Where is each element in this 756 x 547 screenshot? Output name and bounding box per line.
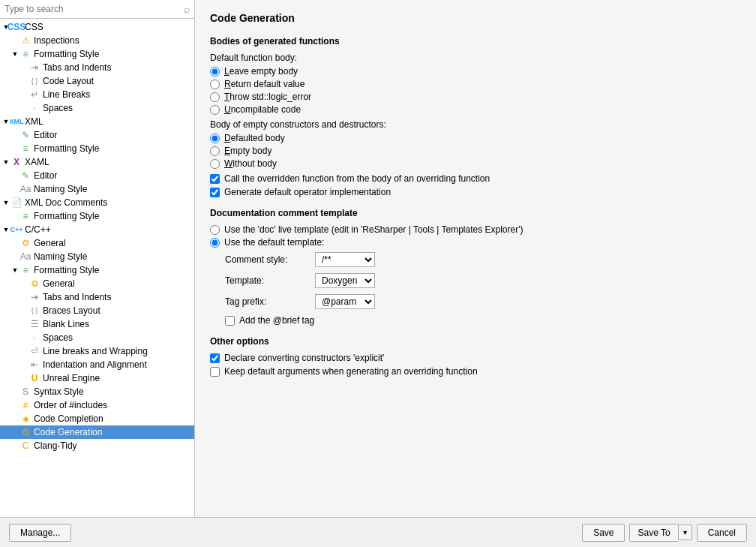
tree-item-xml-formatting[interactable]: ≡Formatting Style bbox=[0, 142, 194, 155]
tree-item-cpp-clang[interactable]: CClang-Tidy bbox=[0, 439, 194, 452]
search-box: ⌕ bbox=[0, 0, 194, 19]
cb-call-overridden[interactable]: Call the overridden function from the bo… bbox=[210, 173, 741, 184]
manage-button[interactable]: Manage... bbox=[9, 524, 71, 542]
radio-group-1: Leave empty body Return default value Th… bbox=[210, 66, 741, 115]
tree-item-css[interactable]: ▼CSSCSS bbox=[0, 20, 194, 34]
tree-item-cpp-completion[interactable]: ◈Code Completion bbox=[0, 412, 194, 425]
tag-prefix-label: Tag prefix: bbox=[225, 296, 315, 307]
cb-add-brief[interactable]: Add the @brief tag bbox=[210, 315, 741, 326]
tree-icon-cpp-codegen: ⚙ bbox=[20, 426, 32, 438]
comment-style-select[interactable]: /** /// //! bbox=[315, 252, 375, 267]
tree-label-cpp-fmt-indent: Indentation and Alignment bbox=[43, 359, 147, 370]
tree-icon-cpp-completion: ◈ bbox=[20, 413, 32, 425]
tree-item-xaml-naming[interactable]: AaNaming Style bbox=[0, 182, 194, 196]
tree-label-cpp-fmt-unreal: Unreal Engine bbox=[43, 373, 100, 383]
save-to-button[interactable]: Save To bbox=[629, 524, 677, 542]
tree-label-xml: XML bbox=[25, 116, 44, 127]
radio-doc-live[interactable]: Use the 'doc' live template (edit in 'Re… bbox=[210, 224, 741, 235]
tree-item-cpp-syntax[interactable]: SSyntax Style bbox=[0, 385, 194, 398]
tree-item-cpp-includes[interactable]: #Order of #includes bbox=[0, 398, 194, 412]
search-icon: ⌕ bbox=[184, 3, 190, 15]
tree-label-formatting-style-css: Formatting Style bbox=[34, 49, 99, 59]
panel-title: Code Generation bbox=[210, 12, 741, 24]
radio-uncompilable[interactable]: Uncompilable code bbox=[210, 104, 741, 115]
main-container: ⌕ ▼CSSCSS⚠Inspections▼≡Formatting Style⇥… bbox=[0, 0, 756, 517]
tree-item-xml-doc[interactable]: ▼📄XML Doc Comments bbox=[0, 196, 194, 209]
cb-generate-operator[interactable]: Generate default operator implementation bbox=[210, 187, 741, 197]
tree-icon-cpp-fmt-indent: ⇤ bbox=[28, 359, 40, 371]
tree-arrow-formatting-style-css: ▼ bbox=[10, 50, 20, 58]
tree-item-cpp-fmt-blank[interactable]: ☰Blank Lines bbox=[0, 317, 194, 331]
tree-icon-cpp-fmt-unreal: U bbox=[28, 372, 40, 384]
tree-label-cpp-fmt-general: General bbox=[43, 278, 75, 289]
tree-icon-cpp-fmt-general: ⚙ bbox=[28, 278, 40, 290]
tree-item-inspections[interactable]: ⚠Inspections bbox=[0, 34, 194, 47]
tree-item-cpp-naming[interactable]: AaNaming Style bbox=[0, 250, 194, 263]
tree-item-xaml-editor[interactable]: ✎Editor bbox=[0, 169, 194, 182]
radio-leave-empty[interactable]: Leave empty body bbox=[210, 66, 741, 77]
tree-label-css: CSS bbox=[25, 22, 44, 32]
tree-item-cpp-fmt-braces[interactable]: { }Braces Layout bbox=[0, 304, 194, 317]
tree-arrow-xml-doc: ▼ bbox=[2, 199, 10, 206]
save-button[interactable]: Save bbox=[582, 524, 625, 542]
radio-defaulted[interactable]: Defaulted body bbox=[210, 133, 741, 143]
tree-label-cpp-codegen: Code Generation bbox=[34, 427, 102, 437]
tree-icon-cpp-fmt-blank: ☰ bbox=[28, 318, 40, 330]
search-input[interactable] bbox=[4, 4, 184, 14]
tree-icon-cpp: C++ bbox=[10, 224, 22, 236]
bottom-bar: Manage... Save Save To ▾ Cancel bbox=[0, 517, 756, 547]
tree-item-formatting-style-css[interactable]: ▼≡Formatting Style bbox=[0, 47, 194, 61]
tree-item-line-breaks[interactable]: ↵Line Breaks bbox=[0, 88, 194, 101]
tree-item-xaml[interactable]: ▼XXAML bbox=[0, 155, 194, 169]
tree-item-spaces[interactable]: ·Spaces bbox=[0, 101, 194, 115]
tree-arrow-cpp: ▼ bbox=[2, 226, 10, 233]
tree-item-cpp-general[interactable]: ⚙General bbox=[0, 236, 194, 250]
tree-icon-cpp-fmt-spaces: · bbox=[28, 332, 40, 344]
tree-label-spaces: Spaces bbox=[43, 103, 73, 113]
save-to-dropdown-arrow[interactable]: ▾ bbox=[678, 524, 692, 540]
radio-throw-logic[interactable]: Throw std::logic_error bbox=[210, 92, 741, 102]
tree-item-cpp-fmt-general[interactable]: ⚙General bbox=[0, 277, 194, 290]
radio-without-body[interactable]: Without body bbox=[210, 158, 741, 169]
template-select[interactable]: Doxygen Qt JavaDoc bbox=[315, 273, 375, 288]
tree-item-cpp-fmt-linebreak[interactable]: ⏎Line breaks and Wrapping bbox=[0, 344, 194, 358]
tree-item-cpp-fmt-spaces[interactable]: ·Spaces bbox=[0, 331, 194, 344]
tree-label-cpp-fmt-braces: Braces Layout bbox=[43, 305, 100, 316]
cb-keep-default-args[interactable]: Keep default arguments when generating a… bbox=[210, 366, 741, 377]
tree-item-xml-editor[interactable]: ✎Editor bbox=[0, 128, 194, 142]
form-row-comment-style: Comment style: /** /// //! bbox=[210, 252, 741, 267]
tree-item-cpp-formatting[interactable]: ▼≡Formatting Style bbox=[0, 263, 194, 277]
tag-prefix-select[interactable]: @param \param bbox=[315, 294, 375, 309]
tree-label-cpp-formatting: Formatting Style bbox=[34, 265, 99, 275]
tree-item-cpp[interactable]: ▼C++C/C++ bbox=[0, 223, 194, 236]
comment-style-label: Comment style: bbox=[225, 254, 315, 265]
tree-item-xml[interactable]: ▼XMLXML bbox=[0, 115, 194, 128]
tree-icon-tabs-indents: ⇥ bbox=[28, 62, 40, 74]
radio-return-default[interactable]: Return default value bbox=[210, 79, 741, 89]
radio-doc-default[interactable]: Use the default template: bbox=[210, 237, 741, 248]
section-doc-comment: Documentation comment template bbox=[210, 208, 741, 218]
tree-label-xml-doc-format: Formatting Style bbox=[34, 211, 99, 221]
cb-explicit-constructors[interactable]: Declare converting constructors 'explici… bbox=[210, 353, 741, 363]
tree-item-tabs-indents[interactable]: ⇥Tabs and Indents bbox=[0, 61, 194, 74]
tree-item-cpp-codegen[interactable]: ⚙Code Generation bbox=[0, 425, 194, 439]
tree-label-cpp: C/C++ bbox=[25, 224, 51, 235]
tree-item-code-layout[interactable]: { }Code Layout bbox=[0, 74, 194, 88]
tree-label-cpp-fmt-blank: Blank Lines bbox=[43, 319, 89, 329]
tree-item-cpp-fmt-tabs[interactable]: ⇥Tabs and Indents bbox=[0, 290, 194, 304]
cancel-button[interactable]: Cancel bbox=[697, 524, 747, 542]
form-row-template: Template: Doxygen Qt JavaDoc bbox=[210, 273, 741, 288]
tree-label-xaml: XAML bbox=[25, 157, 50, 167]
tree-label-xaml-naming: Naming Style bbox=[34, 184, 87, 194]
tree-icon-xaml: X bbox=[10, 156, 22, 168]
tree-icon-xml-doc: 📄 bbox=[10, 197, 22, 209]
tree-item-cpp-fmt-indent[interactable]: ⇤Indentation and Alignment bbox=[0, 358, 194, 371]
tree-label-inspections: Inspections bbox=[34, 35, 80, 46]
radio-empty-body[interactable]: Empty body bbox=[210, 146, 741, 156]
tree-item-cpp-fmt-unreal[interactable]: UUnreal Engine bbox=[0, 371, 194, 385]
radio-group-2: Defaulted body Empty body Without body bbox=[210, 133, 741, 169]
section-other-options: Other options bbox=[210, 336, 741, 347]
tree-label-cpp-includes: Order of #includes bbox=[34, 400, 107, 410]
tree-label-xml-formatting: Formatting Style bbox=[34, 143, 99, 154]
tree-item-xml-doc-format[interactable]: ≡Formatting Style bbox=[0, 209, 194, 223]
